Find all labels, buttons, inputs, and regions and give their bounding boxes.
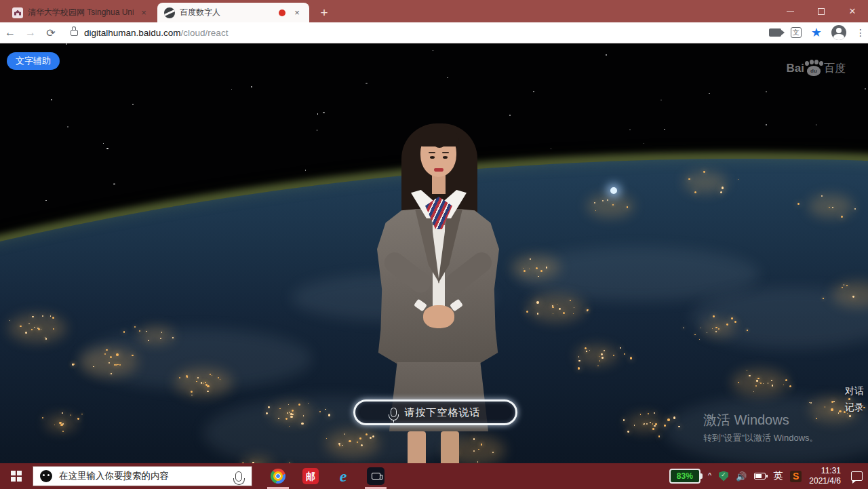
bookmark-star-icon[interactable]: ★ bbox=[811, 25, 822, 40]
battery-icon[interactable] bbox=[754, 473, 766, 480]
windows-logo-icon bbox=[11, 471, 22, 482]
clasped-hands bbox=[423, 305, 454, 328]
window-controls: ✕ bbox=[774, 0, 868, 22]
press-space-to-talk-pill[interactable]: 请按下空格说话 bbox=[353, 399, 517, 425]
url-path: /cloud/react bbox=[181, 28, 229, 38]
camera-in-use-icon[interactable] bbox=[769, 28, 781, 37]
dialog-label: 对话 bbox=[845, 383, 864, 399]
clock[interactable]: 11:31 2021/4/6 bbox=[809, 466, 841, 486]
toolbar-right: 文 ★ ⋮ bbox=[769, 25, 868, 40]
volume-icon[interactable]: 🔊 bbox=[736, 471, 747, 482]
microphone-icon bbox=[391, 408, 397, 417]
lock-icon bbox=[71, 30, 78, 36]
tab-baidu-digital-human[interactable]: 百度数字人 × bbox=[157, 3, 309, 22]
ie-taskbar-icon[interactable]: e bbox=[330, 463, 357, 489]
recording-dot-icon bbox=[279, 9, 285, 16]
screen: 清华大学校园网 Tsinghua Univ × 百度数字人 × + ✕ ← → … bbox=[0, 0, 868, 489]
pinned-apps: 邮 e bbox=[264, 463, 389, 489]
menu-kebab-icon[interactable]: ⋮ bbox=[856, 31, 861, 35]
tab-title: 清华大学校园网 Tsinghua Univ bbox=[28, 7, 134, 18]
tab-tsinghua[interactable]: 清华大学校园网 Tsinghua Univ × bbox=[5, 3, 156, 22]
new-tab-button[interactable]: + bbox=[316, 5, 332, 22]
record-label: 记录 bbox=[845, 399, 864, 415]
back-icon[interactable]: ← bbox=[0, 26, 20, 39]
search-placeholder: 在这里输入你要搜索的内容 bbox=[59, 470, 229, 482]
baidu-logo: Bai du 百度 bbox=[787, 61, 846, 76]
chrome-taskbar-icon[interactable] bbox=[264, 463, 292, 489]
search-mic-icon[interactable] bbox=[235, 471, 242, 482]
eye bbox=[430, 156, 435, 159]
dialog-record-toggle[interactable]: 对话 记录 bbox=[845, 383, 864, 415]
tray-chevron-icon[interactable]: ^ bbox=[708, 471, 711, 480]
profile-avatar-icon[interactable] bbox=[831, 25, 846, 40]
tsinghua-favicon bbox=[12, 7, 23, 18]
time: 11:31 bbox=[809, 466, 841, 476]
browser-toolbar: ← → ⟳ digitalhuman.baidu.com/cloud/react… bbox=[0, 22, 868, 43]
mic-prompt-text: 请按下空格说话 bbox=[405, 406, 481, 419]
windows-taskbar: 在这里输入你要搜索的内容 邮 e 83% ^ 🔊 英 S 11:31 2021/… bbox=[0, 463, 868, 489]
battery-percent-widget[interactable]: 83% bbox=[669, 469, 701, 484]
minimize-button[interactable] bbox=[774, 0, 806, 22]
date: 2021/4/6 bbox=[809, 476, 841, 486]
windows-activation-watermark: 激活 Windows 转到"设置"以激活 Windows。 bbox=[703, 411, 818, 444]
lips bbox=[434, 168, 443, 172]
action-center-icon[interactable] bbox=[851, 471, 863, 481]
mail-taskbar-icon[interactable]: 邮 bbox=[297, 463, 324, 489]
system-tray: 83% ^ 🔊 英 S 11:31 2021/4/6 bbox=[669, 466, 868, 486]
eyebrow bbox=[429, 152, 435, 153]
refresh-icon[interactable]: ⟳ bbox=[41, 26, 61, 39]
hair-fringe bbox=[418, 126, 459, 146]
activation-subtitle: 转到"设置"以激活 Windows。 bbox=[703, 432, 818, 444]
defender-shield-icon[interactable] bbox=[719, 471, 728, 482]
cortana-icon bbox=[40, 470, 52, 482]
translate-icon[interactable]: 文 bbox=[791, 27, 802, 38]
globe-favicon bbox=[164, 7, 175, 18]
tab-close-icon[interactable]: × bbox=[138, 7, 149, 18]
tab-close-icon[interactable]: × bbox=[292, 7, 302, 18]
sogou-input-icon[interactable]: S bbox=[790, 471, 802, 482]
leg bbox=[408, 431, 426, 463]
baidu-logo-cn: 百度 bbox=[824, 62, 846, 76]
camera-app-taskbar-icon[interactable] bbox=[362, 463, 389, 489]
maximize-button[interactable] bbox=[806, 0, 837, 22]
forward-icon[interactable]: → bbox=[20, 26, 41, 39]
activation-title: 激活 Windows bbox=[703, 411, 818, 429]
horizon-glint bbox=[610, 187, 617, 194]
taskbar-search-box[interactable]: 在这里输入你要搜索的内容 bbox=[33, 466, 252, 486]
eye bbox=[443, 156, 448, 159]
start-button[interactable] bbox=[0, 463, 33, 489]
address-bar[interactable]: digitalhuman.baidu.com/cloud/react bbox=[71, 28, 769, 38]
text-assist-button[interactable]: 文字辅助 bbox=[7, 52, 60, 70]
baidu-paw-icon: du bbox=[805, 61, 823, 76]
digital-human-stage: 文字辅助 Bai du 百度 请按下空格说话 对话 记录 激活 Windows … bbox=[0, 43, 868, 463]
tab-title: 百度数字人 bbox=[180, 7, 274, 18]
close-button[interactable]: ✕ bbox=[837, 0, 868, 22]
baidu-logo-bai: Bai bbox=[787, 62, 804, 75]
browser-titlebar: 清华大学校园网 Tsinghua Univ × 百度数字人 × + ✕ bbox=[0, 0, 868, 22]
eyebrow bbox=[442, 152, 449, 153]
ime-indicator[interactable]: 英 bbox=[773, 470, 783, 482]
url-host: digitalhuman.baidu.com bbox=[84, 28, 181, 38]
leg bbox=[441, 431, 459, 463]
